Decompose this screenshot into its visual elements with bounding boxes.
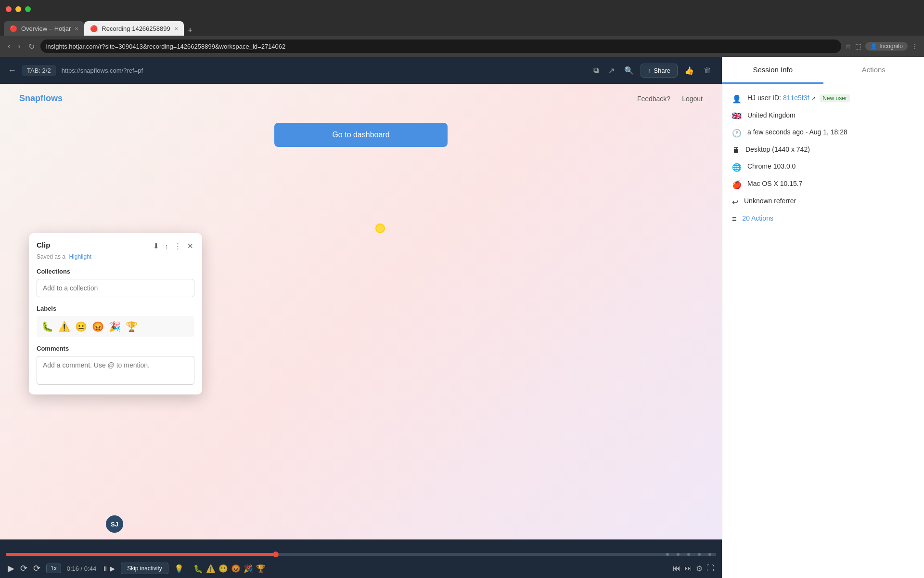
play-next-button[interactable]: ▶: [110, 565, 115, 572]
skip-forward-button[interactable]: ⏭: [684, 564, 692, 573]
clip-title: Clip: [37, 241, 50, 249]
share-icon: ↑: [648, 67, 651, 74]
tab-overview[interactable]: 🔴 Overview – Hotjar ✕: [4, 21, 84, 36]
minimize-button[interactable]: [15, 6, 21, 12]
label-warning[interactable]: ⚠️: [57, 320, 71, 333]
player-area: ← TAB: 2/2 https://snapflows.com/?ref=pf…: [0, 57, 722, 578]
clip-panel: Clip ⬇ ↑ ⋮ ✕ Saved as a Highlight Collec…: [29, 233, 202, 394]
window-chrome: [0, 0, 924, 18]
feedback-link[interactable]: Feedback?: [637, 95, 670, 103]
info-row-browser: 🌐 Chrome 103.0.0: [732, 162, 914, 172]
actions-icon: ≡: [732, 215, 736, 223]
label-bug[interactable]: 🐛: [40, 320, 54, 333]
share-clip-icon[interactable]: ↑: [164, 241, 170, 251]
site-logo[interactable]: Snapflows: [19, 93, 63, 104]
address-icons: ☆ ⬚ 👤 Incognito ⋮: [845, 42, 918, 51]
maximize-button[interactable]: [25, 6, 31, 12]
address-bar-row: ‹ › ↻ insights.hotjar.com/r?site=3090413…: [0, 36, 924, 57]
play-button[interactable]: ▶: [8, 563, 14, 574]
progress-bar[interactable]: [6, 553, 716, 556]
copy-icon[interactable]: ⧉: [590, 63, 602, 78]
user-icon: 👤: [732, 94, 742, 104]
side-panel: Session Info Actions 👤 HJ user ID: 811e5…: [722, 57, 924, 578]
labels-label: Labels: [37, 305, 194, 312]
ctrl-neutral-icon[interactable]: 😐: [218, 564, 228, 573]
fast-forward-button[interactable]: ⟳: [33, 563, 40, 574]
more-options-icon[interactable]: ⋮: [173, 241, 182, 251]
external-link-icon: ↗: [811, 95, 816, 102]
actions-link[interactable]: 20 Actions: [742, 214, 773, 222]
label-celebrate[interactable]: 🎉: [108, 320, 122, 333]
ctrl-party-icon[interactable]: 🎉: [244, 564, 253, 573]
tab-label: Overview – Hotjar: [21, 25, 71, 32]
os-text: Mac OS X 10.15.7: [747, 180, 914, 187]
clip-header: Clip ⬇ ↑ ⋮ ✕: [37, 241, 194, 251]
delete-icon[interactable]: 🗑: [701, 63, 714, 78]
close-button[interactable]: [6, 6, 12, 12]
menu-icon[interactable]: ⋮: [911, 42, 918, 50]
user-avatar: SJ: [106, 515, 123, 533]
highlight-link[interactable]: Highlight: [69, 253, 91, 260]
apple-icon: 🍎: [732, 180, 742, 189]
ctrl-warning-icon[interactable]: ⚠️: [206, 564, 216, 573]
back-nav-button[interactable]: ‹: [6, 40, 12, 53]
skip-back-button[interactable]: ⏮: [673, 564, 680, 573]
recording-url[interactable]: https://snapflows.com/?ref=pf: [62, 67, 585, 74]
fullscreen-button[interactable]: ⛶: [706, 564, 714, 573]
tab-actions[interactable]: Actions: [823, 57, 924, 84]
comments-label: Comments: [37, 345, 194, 352]
tab-session-info[interactable]: Session Info: [722, 57, 823, 84]
speed-button[interactable]: 1x: [46, 564, 61, 573]
user-icon: 👤: [870, 43, 877, 50]
forward-nav-button[interactable]: ›: [16, 40, 22, 53]
tab-label: Recording 14266258899: [102, 25, 170, 32]
settings-button[interactable]: ⚙: [696, 564, 703, 573]
clip-subtitle: Saved as a Highlight: [37, 253, 194, 260]
labels-row: 🐛 ⚠️ 😐 😡 🎉 🏆: [37, 316, 194, 337]
search-icon[interactable]: 🔍: [621, 63, 637, 78]
ctrl-trophy-icon[interactable]: 🏆: [256, 564, 266, 573]
dashboard-button[interactable]: Go to dashboard: [274, 123, 447, 147]
right-controls: ⏮ ⏭ ⚙ ⛶: [673, 564, 714, 573]
rewind-button[interactable]: ⟳: [20, 563, 27, 574]
external-link-icon[interactable]: ↗: [605, 63, 617, 78]
progress-markers: [666, 553, 711, 556]
info-row-country: 🇬🇧 United Kingdom: [732, 111, 914, 120]
bookmark-icon[interactable]: ☆: [845, 42, 851, 50]
address-bar[interactable]: insights.hotjar.com/r?site=3090413&recor…: [40, 39, 842, 53]
ctrl-bug-icon[interactable]: 🐛: [193, 564, 203, 573]
dashboard-btn-container: Go to dashboard: [0, 113, 722, 157]
download-icon[interactable]: ⬇: [152, 241, 160, 251]
user-id-label: HJ user ID:: [747, 94, 781, 102]
close-clip-button[interactable]: ✕: [186, 241, 194, 251]
tab-favicon: 🔴: [10, 25, 17, 32]
tab-close-btn[interactable]: ✕: [75, 26, 78, 31]
extension-icon[interactable]: ⬚: [855, 42, 861, 50]
new-tab-button[interactable]: +: [184, 26, 197, 36]
thumbs-up-icon[interactable]: 👍: [681, 63, 697, 78]
progress-dot: [708, 553, 711, 556]
user-id-link[interactable]: 811e5f3f: [783, 94, 809, 102]
browser-text: Chrome 103.0.0: [747, 162, 914, 170]
comments-input[interactable]: [37, 356, 194, 385]
referrer-text: Unknown referrer: [744, 197, 914, 205]
share-button[interactable]: ↑ Share: [641, 64, 678, 78]
chrome-icon: 🌐: [732, 163, 742, 172]
info-row-user-id: 👤 HJ user ID: 811e5f3f ↗ New user: [732, 94, 914, 104]
tab-close-btn[interactable]: ✕: [174, 26, 178, 31]
tab-recording[interactable]: 🔴 Recording 14266258899 ✕: [84, 21, 183, 36]
back-button[interactable]: ←: [8, 66, 16, 76]
label-angry[interactable]: 😡: [91, 320, 105, 333]
ctrl-angry-icon[interactable]: 😡: [231, 564, 241, 573]
play-pause-group: ⏸ ▶: [102, 565, 115, 572]
logout-link[interactable]: Logout: [682, 95, 703, 103]
label-trophy[interactable]: 🏆: [125, 320, 139, 333]
pause-button[interactable]: ⏸: [102, 565, 108, 572]
main-layout: ← TAB: 2/2 https://snapflows.com/?ref=pf…: [0, 57, 924, 578]
reload-button[interactable]: ↻: [26, 40, 37, 53]
skip-inactivity-button[interactable]: Skip inactivity: [121, 563, 168, 574]
progress-thumb[interactable]: [273, 552, 279, 557]
collection-input[interactable]: [37, 279, 194, 297]
ctrl-lightbulb-icon[interactable]: 💡: [174, 564, 184, 573]
label-neutral[interactable]: 😐: [74, 320, 88, 333]
